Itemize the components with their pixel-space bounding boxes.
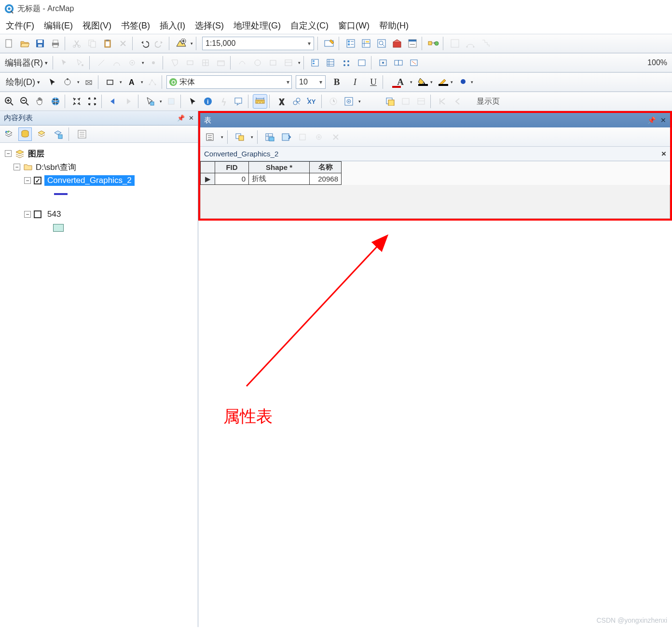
options-button[interactable] xyxy=(75,127,89,141)
cell-fid[interactable]: 0 xyxy=(215,173,249,185)
shape-dropdown[interactable]: ▾ xyxy=(118,80,123,84)
text-draw-button[interactable]: A xyxy=(124,75,138,89)
select-features-button[interactable] xyxy=(143,94,157,109)
table-options-button[interactable] xyxy=(203,130,218,144)
menu-bookmark[interactable]: 书签(B) xyxy=(121,20,150,31)
tree-group[interactable]: − D:\sbr\查询 xyxy=(5,160,193,174)
toc-button[interactable] xyxy=(343,36,358,51)
font-select[interactable]: O 宋体 ▾ xyxy=(166,75,292,89)
column-shape[interactable]: Shape * xyxy=(249,162,310,173)
italic-button[interactable]: I xyxy=(348,75,362,89)
pan-button[interactable] xyxy=(33,94,47,109)
tree-layer-2[interactable]: − 543 xyxy=(5,208,193,221)
select-dropdown[interactable]: ▾ xyxy=(158,99,163,104)
add-data-dropdown[interactable]: ▾ xyxy=(189,41,194,46)
menu-help[interactable]: 帮助(H) xyxy=(379,20,409,31)
data-frame-clip-button[interactable] xyxy=(383,94,398,109)
tree-layer-1[interactable]: − ✓ Converted_Graphics_2 xyxy=(5,174,193,187)
search-window-button[interactable] xyxy=(374,36,389,51)
list-by-visibility-button[interactable] xyxy=(35,127,48,141)
editor-tool6-button[interactable] xyxy=(391,56,406,70)
column-name[interactable]: 名称 xyxy=(310,162,342,173)
layer-checkbox[interactable]: ✓ xyxy=(34,177,41,184)
menu-edit[interactable]: 编辑(E) xyxy=(44,20,73,31)
identify-button[interactable]: i xyxy=(201,94,215,109)
modelbuilder-button[interactable] xyxy=(426,36,441,51)
menu-file[interactable]: 文件(F) xyxy=(6,20,34,31)
html-popup-button[interactable] xyxy=(232,94,246,109)
create-viewer-button[interactable] xyxy=(342,94,356,109)
row-header-corner[interactable] xyxy=(201,162,215,173)
table-row[interactable]: ▶ 0 折线 20968 xyxy=(201,173,342,185)
editing-options-button[interactable] xyxy=(355,56,369,70)
fill-color-button[interactable]: ▾ xyxy=(417,77,434,87)
catalog-button[interactable] xyxy=(359,36,373,51)
create-features-button[interactable] xyxy=(308,56,323,70)
select-elements-button2[interactable] xyxy=(185,94,200,109)
collapse-icon[interactable]: − xyxy=(24,177,31,184)
row-selector[interactable]: ▶ xyxy=(201,173,215,185)
layer-checkbox[interactable] xyxy=(34,210,41,218)
rotate-dropdown[interactable]: ▾ xyxy=(76,80,81,84)
pin-icon[interactable]: 📌 xyxy=(177,114,185,122)
zoom-level[interactable]: 100% xyxy=(645,58,670,67)
find-route-button[interactable] xyxy=(289,94,304,109)
line-color-button[interactable]: ▾ xyxy=(438,77,454,87)
fixed-zoom-in-button[interactable] xyxy=(69,94,84,109)
related-dropdown[interactable]: ▾ xyxy=(249,135,254,140)
zoom-out-button[interactable] xyxy=(17,94,32,109)
python-window-button[interactable] xyxy=(405,36,420,51)
font-size-select[interactable]: 10▾ xyxy=(296,75,326,89)
menu-geoproc[interactable]: 地理处理(G) xyxy=(233,20,281,31)
menu-insert[interactable]: 插入(I) xyxy=(160,20,185,31)
tree-layer-1-symbol[interactable] xyxy=(5,187,193,201)
tree-root[interactable]: − 图层 xyxy=(5,147,193,160)
draw-menu[interactable]: 绘制(D)▾ xyxy=(2,76,44,88)
add-data-button[interactable] xyxy=(174,36,188,51)
bold-button[interactable]: B xyxy=(329,75,344,89)
prev-extent-button[interactable] xyxy=(106,94,121,109)
cell-name[interactable]: 20968 xyxy=(310,173,342,185)
table-tab-label[interactable]: Converted_Graphics_2 xyxy=(204,150,278,158)
editor-tool7-button[interactable] xyxy=(407,56,421,70)
scale-input[interactable]: 1:15,000▾ xyxy=(202,37,314,50)
rectangle-draw-button[interactable] xyxy=(103,75,117,89)
zoom-ratio-button[interactable] xyxy=(82,75,96,89)
measure-button[interactable] xyxy=(253,94,267,109)
pin-icon[interactable]: 📌 xyxy=(647,116,656,124)
list-by-drawing-order-button[interactable] xyxy=(2,127,15,141)
fixed-zoom-out-button[interactable] xyxy=(85,94,99,109)
menu-view[interactable]: 视图(V) xyxy=(82,20,111,31)
zoom-in-button[interactable] xyxy=(2,94,16,109)
font-color-button[interactable]: A▾ xyxy=(390,75,413,89)
switch-selection-button[interactable] xyxy=(279,130,294,144)
select-by-attributes-button[interactable] xyxy=(263,130,277,144)
marker-color-button[interactable]: ▾ xyxy=(458,77,474,87)
close-icon[interactable]: ✕ xyxy=(189,114,194,122)
collapse-icon[interactable]: − xyxy=(14,164,20,170)
find-button[interactable] xyxy=(274,94,288,109)
column-fid[interactable]: FID xyxy=(215,162,249,173)
menu-customize[interactable]: 自定义(C) xyxy=(290,20,329,31)
new-doc-button[interactable] xyxy=(2,36,16,51)
goto-xy-button[interactable]: XY xyxy=(305,94,319,109)
table-header[interactable]: 表 📌 ✕ xyxy=(200,113,670,127)
viewer-dropdown[interactable]: ▾ xyxy=(357,99,362,104)
paste-button[interactable] xyxy=(100,36,115,51)
underline-button[interactable]: U xyxy=(366,75,381,89)
menu-select[interactable]: 选择(S) xyxy=(195,20,224,31)
editor-menu[interactable]: 编辑器(R)▾ xyxy=(2,57,51,69)
arctoolbox-button[interactable] xyxy=(390,36,404,51)
rotate-element-button[interactable] xyxy=(60,75,75,89)
editor-tool5-button[interactable] xyxy=(376,56,390,70)
open-button[interactable] xyxy=(17,36,32,51)
table-options-dropdown[interactable]: ▾ xyxy=(219,135,224,140)
collapse-icon[interactable]: − xyxy=(24,211,31,218)
tree-layer-2-symbol[interactable] xyxy=(5,221,193,235)
collapse-icon[interactable]: − xyxy=(5,150,12,157)
undo-button[interactable] xyxy=(137,36,151,51)
print-button[interactable] xyxy=(48,36,63,51)
select-elements-button[interactable] xyxy=(45,75,59,89)
map-pane[interactable]: 表 📌 ✕ ▾ ▾ Converted_Graphics_2 × xyxy=(198,111,672,627)
list-by-source-button[interactable] xyxy=(18,127,32,141)
